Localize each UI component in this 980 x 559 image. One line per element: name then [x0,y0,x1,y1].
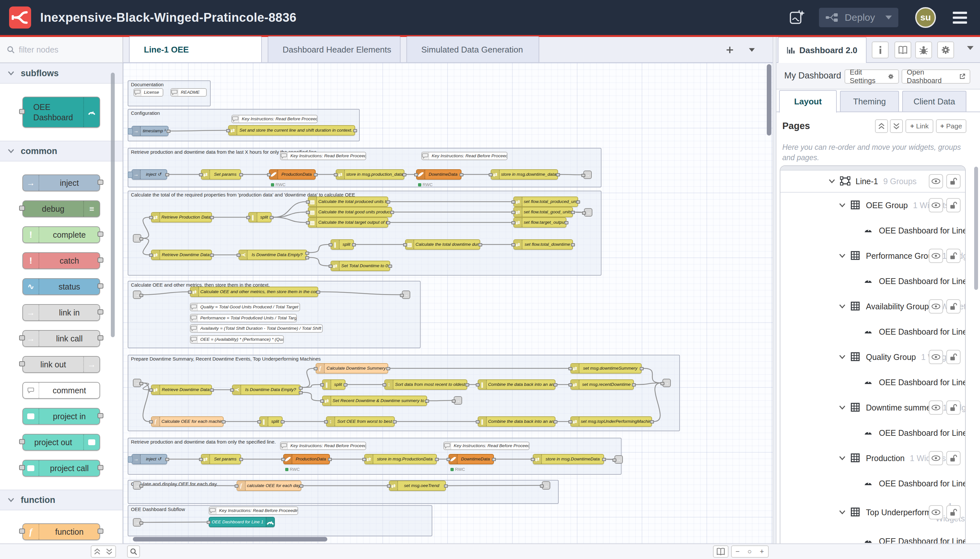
flow-node-change[interactable]: ⇄Retrieve Production Data [151,212,212,222]
sidebar-splitter[interactable] [772,37,777,543]
tree-row-widget[interactable]: OEE Dashboard for Line 1 [780,370,965,395]
deploy-caret-icon[interactable] [885,16,892,20]
tree-row-widget[interactable]: OEE Dashboard for Line 1 [780,420,965,445]
flow-tab-2[interactable]: Dashboard Header Elements [268,36,401,62]
flow-node-join[interactable]: ∥Combine the data back into an array. [478,416,556,427]
settings-gear-button[interactable] [937,41,954,58]
flow-node-change[interactable]: ⇄store in msg.downtime_data [491,169,558,180]
flow-node-sort[interactable]: ↕Sort data from most recent to oldest [384,379,467,390]
flow-node-change[interactable]: ⇄Set params [201,454,241,464]
user-avatar[interactable]: su [915,7,936,28]
flow-node-change[interactable]: ⇄Set Recent Downtime & Downtime summery … [322,395,427,406]
flow-wire[interactable] [143,383,149,422]
visibility-eye-button[interactable] [929,350,943,364]
palette-scrollbar[interactable] [111,73,115,337]
palette-node-link-out[interactable]: link out→ [22,356,100,373]
palette-node-project-in[interactable]: project in [22,408,100,425]
lock-button[interactable] [946,174,960,189]
flow-node-change[interactable]: ⇄store in msg.production_data [336,169,404,180]
flow-node-linkin[interactable]: → [133,518,141,527]
flow-node-split[interactable]: ∥split [330,239,354,250]
tree-row-widget[interactable]: OEE Dashboard for Line 1 [780,218,965,243]
palette-node-status[interactable]: ∿status [22,278,100,295]
flow-node-change[interactable]: ⇄set flow.target_output [513,217,566,228]
deploy-button[interactable]: Deploy [819,8,898,27]
chevron-down-icon[interactable] [828,179,835,184]
flow-node-split[interactable]: ∥split [259,416,282,427]
palette-node-project-call[interactable]: project call [22,460,100,476]
palette-node-project-out[interactable]: project out [22,434,100,451]
flow-tab-3[interactable]: Simulated Data Generation [406,36,539,62]
lock-button[interactable] [946,451,960,465]
flow-node-change[interactable]: ⇄Retrieve Downtime Data [151,385,212,395]
flow-comment-node[interactable]: Quality = Total Good Units Produced / To… [190,303,300,311]
flow-node-change[interactable]: ⇄set flow.total_good_units [513,207,573,217]
ai-assistant-icon[interactable] [788,8,807,27]
flow-node-linkout[interactable]: → [583,170,592,179]
visibility-eye-button[interactable] [929,400,943,415]
flow-wire[interactable] [654,383,661,422]
visibility-eye-button[interactable] [929,198,943,212]
flow-node-func[interactable]: fcalculate OEE for each day [237,481,301,491]
flow-node-inject[interactable]: →inject ↺ [132,454,167,464]
tree-row-group[interactable]: OEE Group1 Widgets [780,193,965,218]
flow-node-db[interactable]: DowntimeDataRWC [449,454,494,464]
flow-node-db[interactable]: DowntimeDataRWC [416,169,462,180]
flow-comment-node[interactable]: Key Instructions: Read Before Proceeding [280,442,366,450]
flow-node-split[interactable]: ∥split [248,212,272,222]
palette-node-function[interactable]: ffunction [22,523,100,540]
flow-node-calc[interactable]: ▤Calculate the total produced units toda… [308,197,388,207]
add-link-button[interactable]: +Link [906,119,933,133]
flow-wire[interactable] [560,174,582,175]
palette-node-debug[interactable]: debug≡ [22,200,100,217]
palette-node-catch[interactable]: !catch [22,252,100,269]
flow-list-caret-icon[interactable] [746,43,758,56]
flow-node-change[interactable]: ⇄Calculate OEE and other metrics, then s… [190,287,318,297]
flow-node-change[interactable]: ⇄set msg.oeeTrend [389,481,446,491]
flow-node-change[interactable]: ⇄set flow.total_produced_units [513,197,578,207]
palette-category-common[interactable]: common [0,141,122,162]
sidebar-caret-icon[interactable] [967,46,975,50]
flow-node-linkout[interactable]: → [402,291,410,299]
flow-node-db[interactable]: ProductionDataRWC [269,169,316,180]
flow-node-linkin[interactable]: → [133,234,141,243]
flow-node-calc[interactable]: ▤Calculate the total good units produced… [308,207,392,217]
tree-row-group[interactable]: Production1 Widgets [780,445,965,471]
flow-wire[interactable] [429,400,452,401]
canvas-hscrollbar[interactable] [123,537,772,542]
flow-comment-node[interactable]: Key Instructions: Read Before Proceeding [421,152,508,160]
flow-canvas[interactable]: DocumentationConfigurationRetrieve produ… [123,63,772,543]
edit-settings-button[interactable]: Edit Settings [845,69,899,84]
palette-node-OEE-Dashboard[interactable]: OEEDashboard [22,97,100,128]
flow-comment-node[interactable]: Key Instructions: Read Before Proceeding [443,442,530,450]
zoom-out-button[interactable]: − [731,546,744,558]
lock-button[interactable] [946,198,960,212]
chevron-down-icon[interactable] [839,304,846,309]
flow-wire[interactable] [170,131,226,131]
flow-comment-node[interactable]: Availavity = (Total Shift Duration - Tot… [190,324,323,333]
flow-comment-node[interactable]: README [170,88,207,97]
visibility-eye-button[interactable] [929,249,943,263]
tree-row-widget[interactable]: OEE Dashboard for Line 1 [780,529,965,543]
flow-node-linkin[interactable]: → [133,379,141,387]
visibility-eye-button[interactable] [929,505,943,519]
flow-node-change[interactable]: ⇄Set and store the current line and shif… [228,125,355,136]
sidebar-tab-dashboard[interactable]: Dashboard 2.0 [778,37,866,63]
sidebar-subtab-client-data[interactable]: Client Data [902,91,967,112]
chevron-down-icon[interactable] [839,253,846,258]
tree-row-page[interactable]: Line-19 Groups [780,170,965,193]
flow-wire[interactable] [303,368,314,387]
sidebar-subtab-layout[interactable]: Layout [779,90,837,113]
help-book-button[interactable] [894,41,911,58]
inject-button[interactable] [128,456,133,463]
chevron-down-icon[interactable] [839,405,846,410]
flow-node-change[interactable]: ⇄store in msg.DowntimeData [533,454,604,464]
tree-row-group[interactable]: Quality Group1 Widgets [780,344,965,370]
chevron-down-icon[interactable] [839,355,846,359]
flow-node-change[interactable]: ⇄set flow.total_downtime [513,239,573,250]
flow-node-linkin[interactable]: → [133,291,141,299]
chevron-down-icon[interactable] [839,510,846,514]
flow-comment-node[interactable]: Key Instructions: Read Before Proceeding [209,506,298,515]
flow-node-func[interactable]: fCalculate Downtime Summery [316,363,388,374]
flow-wire[interactable] [303,385,320,387]
